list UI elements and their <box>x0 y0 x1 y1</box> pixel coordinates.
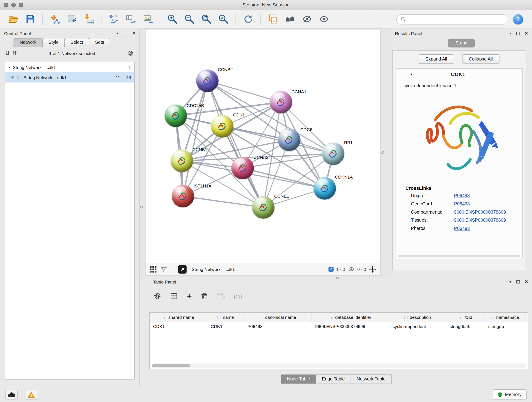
node-CDKN1A[interactable] <box>313 177 336 200</box>
hide-selected-button[interactable] <box>299 12 315 26</box>
node-CCNB2[interactable] <box>196 70 219 92</box>
gene-section-header[interactable]: ▾ CDK1 <box>396 69 522 80</box>
delete-column-trash-icon[interactable] <box>201 292 208 300</box>
save-session-button[interactable] <box>22 12 38 26</box>
column-header-description[interactable]: description <box>389 313 446 322</box>
node-CDC25B[interactable] <box>165 104 187 127</box>
table-cell[interactable]: CDK1 <box>150 322 207 331</box>
tab-network-table[interactable]: Network Table <box>351 375 392 384</box>
zoom-selected-button[interactable] <box>215 12 231 26</box>
import-table-from-file-button[interactable] <box>81 12 97 26</box>
network-collection-row[interactable]: ▾String Network – cdk11 <box>5 62 134 72</box>
crosslink-value-link[interactable]: P06493 <box>454 201 470 206</box>
results-close-icon[interactable]: × <box>525 32 528 35</box>
collapse-all-button[interactable]: Collapse All <box>462 54 500 64</box>
import-network-from-file-button[interactable] <box>47 12 63 26</box>
table-row[interactable]: CDK1CDK1P064939606.ENSP00000378699cyclin… <box>150 322 528 331</box>
tab-string[interactable]: String <box>448 39 475 48</box>
warnings-button[interactable] <box>25 390 37 400</box>
export-table-button[interactable] <box>123 12 138 26</box>
new-network-button[interactable] <box>106 12 121 26</box>
column-header-shared-name[interactable]: shared name <box>150 313 207 322</box>
tab-style[interactable]: Style <box>42 38 65 47</box>
crosslink-value-link[interactable]: P06493 <box>454 225 470 230</box>
table-hscrollbar-thumb[interactable] <box>152 364 190 367</box>
edge-CCNB2-CCNE1[interactable] <box>207 81 263 207</box>
crosslink-value-link[interactable]: 9606.ENSP00000378699 <box>454 209 506 214</box>
tab-select[interactable]: Select <box>64 38 89 47</box>
panel-close-icon[interactable]: × <box>132 32 135 35</box>
expand-all-button[interactable]: Expand All <box>418 54 454 64</box>
table-cell[interactable]: cyclin-dependent ... <box>389 322 446 331</box>
network-options-gear-icon[interactable] <box>128 50 134 56</box>
tab-node-table[interactable]: Node Table <box>281 375 316 384</box>
node-CCNB1[interactable] <box>171 150 193 172</box>
table-cell[interactable]: P06493 <box>244 322 312 331</box>
import-network-from-database-button[interactable] <box>64 12 80 26</box>
table-float-icon[interactable] <box>516 280 520 283</box>
results-hscrollbar[interactable] <box>398 255 520 257</box>
node-CCNE1[interactable] <box>252 196 274 219</box>
collapse-all-networks-icon[interactable]: ⇈ <box>12 50 17 56</box>
pan-crosshair-icon[interactable] <box>369 265 376 273</box>
table-cell[interactable]: 9606.ENSP00000378699 <box>312 322 389 331</box>
show-all-button[interactable] <box>316 12 331 26</box>
column-header-database-identifier[interactable]: database identifier <box>312 313 389 322</box>
bottom-splitter-handle[interactable] <box>336 277 339 279</box>
search-box[interactable] <box>396 14 508 24</box>
network-row[interactable]: String Network – cdk11148 <box>5 72 134 82</box>
edge-CCNB2-CCNA1[interactable] <box>207 81 281 102</box>
search-input[interactable] <box>408 17 504 22</box>
node-CCNA2[interactable] <box>231 157 254 179</box>
memory-button[interactable]: Memory <box>493 389 527 400</box>
export-image-button[interactable] <box>140 12 155 26</box>
crosslink-value-link[interactable]: P06493 <box>454 193 470 198</box>
refresh-view-button[interactable] <box>240 12 256 26</box>
crosslink-value-link[interactable]: 9606.ENSP00000378699 <box>454 217 506 223</box>
table-cell[interactable]: stringdb <box>485 322 525 331</box>
select-columns-icon[interactable] <box>170 292 178 300</box>
network-snapshot-button[interactable] <box>265 12 281 26</box>
column-header-canonical-name[interactable]: canonical name <box>244 313 312 322</box>
table-settings-gear-icon[interactable] <box>154 292 161 300</box>
results-float-icon[interactable] <box>516 32 520 35</box>
left-splitter-handle[interactable] <box>140 206 143 208</box>
table-hscrollbar[interactable] <box>152 364 526 368</box>
table-cell[interactable]: stringdb:9... <box>446 322 485 331</box>
edge-CCNB2-HIST1H1A[interactable] <box>183 81 207 196</box>
tree-caret-icon[interactable]: ▾ <box>8 65 10 70</box>
expand-all-networks-icon[interactable]: ⇊ <box>6 50 10 56</box>
results-collapse-icon[interactable]: ▾ <box>509 31 511 36</box>
tab-edge-table[interactable]: Edge Table <box>316 375 351 384</box>
node-CDC6[interactable] <box>278 128 300 151</box>
network-view[interactable]: CCNB2CCNA1CDC25BCDK1CDC6RB1CCNB1CCNA2CDK… <box>145 30 381 263</box>
table-close-icon[interactable]: × <box>525 280 528 283</box>
section-caret-icon[interactable]: ▾ <box>410 72 412 77</box>
node-CDK1[interactable] <box>211 115 234 138</box>
selected-nodes-checkbox-icon[interactable]: ✓ <box>329 267 334 272</box>
tab-network[interactable]: Network <box>13 38 43 47</box>
zoom-out-button[interactable] <box>181 12 197 26</box>
node-RB1[interactable] <box>322 143 344 165</box>
node-CCNA1[interactable] <box>270 91 292 114</box>
zoom-fit-button[interactable] <box>198 12 214 26</box>
home-button[interactable] <box>282 12 298 26</box>
tab-sets[interactable]: Sets <box>89 38 110 47</box>
network-overview-icon[interactable] <box>161 266 168 273</box>
add-column-icon[interactable]: + <box>187 293 192 300</box>
open-in-new-window-icon[interactable]: ↗ <box>178 265 187 274</box>
panel-float-icon[interactable] <box>124 32 127 35</box>
zoom-in-button[interactable] <box>165 12 180 26</box>
right-splitter-handle[interactable] <box>381 151 384 154</box>
grid-view-icon[interactable] <box>150 266 157 273</box>
help-button[interactable]: ? <box>513 14 523 24</box>
edge-HIST1H1A-CCNE1[interactable] <box>183 196 263 207</box>
column-header--id[interactable]: @id <box>446 313 485 322</box>
table-cell[interactable]: CDK1 <box>207 322 244 331</box>
table-collapse-icon[interactable]: ▾ <box>509 280 511 284</box>
column-header-namespace[interactable]: namespace <box>485 313 525 322</box>
cloud-status-button[interactable] <box>6 390 18 400</box>
column-header-name[interactable]: name <box>207 313 244 322</box>
open-file-button[interactable] <box>6 12 21 26</box>
panel-collapse-icon[interactable]: ▾ <box>117 31 119 36</box>
